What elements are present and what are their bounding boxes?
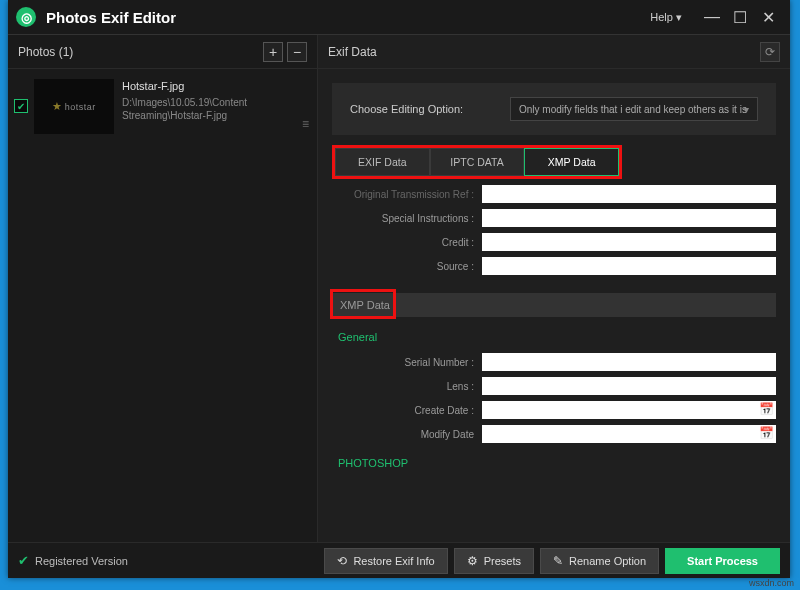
- field-row: Special Instructions :: [332, 209, 776, 227]
- field-row: Original Transmission Ref :: [332, 185, 776, 203]
- rename-icon: ✎: [553, 554, 563, 568]
- remove-photo-button[interactable]: −: [287, 42, 307, 62]
- field-label: Modify Date: [332, 429, 482, 440]
- restore-exif-button[interactable]: ⟲Restore Exif Info: [324, 548, 447, 574]
- editing-option-bar: Choose Editing Option: Only modify field…: [332, 83, 776, 135]
- field-label: Serial Number :: [332, 357, 482, 368]
- maximize-button[interactable]: ☐: [726, 3, 754, 31]
- tab-iptc[interactable]: IPTC DATA: [430, 148, 525, 176]
- editing-option-dropdown[interactable]: Only modify fields that i edit and keep …: [510, 97, 758, 121]
- xmp-section-header: XMP Data: [332, 293, 776, 317]
- watermark-text: wsxdn.com: [749, 578, 794, 588]
- field-input[interactable]: [482, 353, 776, 371]
- field-label: Source :: [332, 261, 482, 272]
- field-row: Serial Number :: [332, 353, 776, 371]
- photo-checkbox[interactable]: ✔: [14, 99, 28, 113]
- section-photoshop: PHOTOSHOP: [338, 457, 776, 469]
- photo-info: Hotstar-F.jpg D:\Images\10.05.19\Content…: [114, 79, 302, 123]
- editing-option-value: Only modify fields that i edit and keep …: [519, 104, 747, 115]
- restore-icon: ⟲: [337, 554, 347, 568]
- highlight-box-icon: [330, 289, 396, 319]
- field-input[interactable]: [482, 209, 776, 227]
- presets-button[interactable]: ⚙Presets: [454, 548, 534, 574]
- field-label: Special Instructions :: [332, 213, 482, 224]
- minimize-button[interactable]: —: [698, 3, 726, 31]
- refresh-button[interactable]: ⟳: [760, 42, 780, 62]
- photo-list-item[interactable]: ✔ ★hotstar Hotstar-F.jpg D:\Images\10.05…: [8, 69, 317, 144]
- photos-count-label: Photos (1): [18, 45, 259, 59]
- tab-xmp[interactable]: XMP Data: [524, 148, 619, 176]
- field-input[interactable]: 📅: [482, 401, 776, 419]
- registered-status: ✔ Registered Version: [18, 553, 128, 568]
- metadata-tabs: EXIF Data IPTC DATA XMP Data: [332, 145, 622, 179]
- photo-filename: Hotstar-F.jpg: [122, 79, 302, 94]
- add-photo-button[interactable]: +: [263, 42, 283, 62]
- app-window: ◎ Photos Exif Editor Help ▾ — ☐ ✕ Photos…: [8, 0, 790, 578]
- content-area: Photos (1) + − ✔ ★hotstar Hotstar-F.jpg …: [8, 34, 790, 542]
- exif-header-label: Exif Data: [328, 45, 760, 59]
- field-input[interactable]: [482, 185, 776, 203]
- field-label: Create Date :: [332, 405, 482, 416]
- photos-panel: Photos (1) + − ✔ ★hotstar Hotstar-F.jpg …: [8, 35, 318, 542]
- photo-path-line1: D:\Images\10.05.19\Content: [122, 96, 302, 110]
- field-input[interactable]: [482, 257, 776, 275]
- field-input[interactable]: [482, 233, 776, 251]
- section-general: General: [338, 331, 776, 343]
- start-process-button[interactable]: Start Process: [665, 548, 780, 574]
- field-row: Modify Date 📅: [332, 425, 776, 443]
- field-input[interactable]: [482, 377, 776, 395]
- exif-panel: Exif Data ⟳ Choose Editing Option: Only …: [318, 35, 790, 542]
- calendar-icon[interactable]: 📅: [759, 426, 774, 440]
- field-label: Credit :: [332, 237, 482, 248]
- form-area: Original Transmission Ref : Special Inst…: [318, 179, 790, 542]
- editing-option-label: Choose Editing Option:: [350, 103, 510, 115]
- field-label: Original Transmission Ref :: [332, 189, 482, 200]
- field-row: Lens :: [332, 377, 776, 395]
- photo-thumbnail: ★hotstar: [34, 79, 114, 134]
- field-row: Create Date : 📅: [332, 401, 776, 419]
- photos-panel-header: Photos (1) + −: [8, 35, 317, 69]
- field-input[interactable]: 📅: [482, 425, 776, 443]
- tab-exif[interactable]: EXIF Data: [335, 148, 430, 176]
- footer-bar: ✔ Registered Version ⟲Restore Exif Info …: [8, 542, 790, 578]
- field-row: Credit :: [332, 233, 776, 251]
- check-icon: ✔: [18, 553, 29, 568]
- field-row: Source :: [332, 257, 776, 275]
- titlebar: ◎ Photos Exif Editor Help ▾ — ☐ ✕: [8, 0, 790, 34]
- calendar-icon[interactable]: 📅: [759, 402, 774, 416]
- close-button[interactable]: ✕: [754, 3, 782, 31]
- help-menu[interactable]: Help ▾: [650, 11, 682, 24]
- field-label: Lens :: [332, 381, 482, 392]
- rename-option-button[interactable]: ✎Rename Option: [540, 548, 659, 574]
- app-logo-icon: ◎: [16, 7, 36, 27]
- app-title: Photos Exif Editor: [46, 9, 176, 26]
- presets-icon: ⚙: [467, 554, 478, 568]
- photo-path-line2: Streaming\Hotstar-F.jpg: [122, 109, 302, 123]
- list-menu-icon[interactable]: ≡: [302, 117, 309, 131]
- exif-panel-header: Exif Data ⟳: [318, 35, 790, 69]
